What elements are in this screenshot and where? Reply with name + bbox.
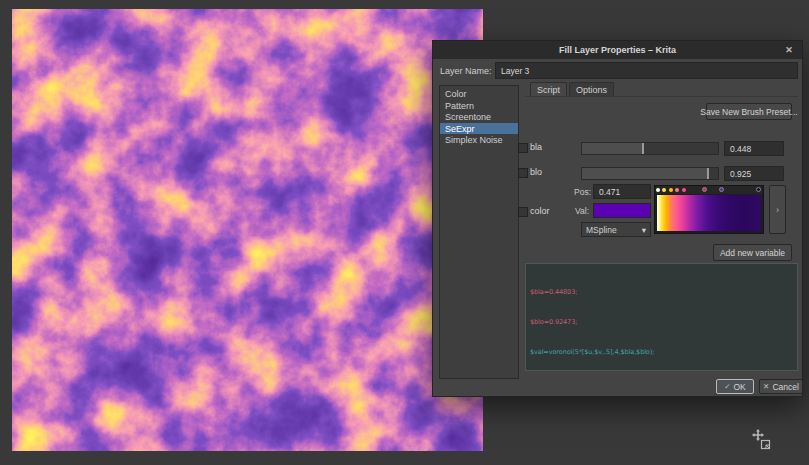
bla-slider-fill bbox=[582, 143, 643, 154]
list-item-seexpr[interactable]: SeExpr bbox=[440, 123, 518, 135]
blo-slider-handle[interactable] bbox=[707, 168, 709, 179]
ok-label: OK bbox=[734, 382, 746, 392]
layer-name-value: Layer 3 bbox=[501, 66, 529, 76]
gradient-editor[interactable] bbox=[654, 185, 764, 234]
seexpr-script-editor[interactable]: $bla=0.44803; $blo=0.92473; $val=voronoi… bbox=[525, 263, 798, 371]
gradient-stop-marker[interactable] bbox=[669, 188, 673, 192]
val-label: Val: bbox=[575, 206, 589, 216]
fill-layer-properties-dialog: Fill Layer Properties – Krita ✕ Layer Na… bbox=[432, 40, 803, 397]
list-item-pattern[interactable]: Pattern bbox=[440, 100, 518, 112]
pos-label: Pos: bbox=[574, 187, 591, 197]
chevron-down-icon: ▾ bbox=[642, 225, 646, 235]
bla-value-field[interactable]: 0.448 bbox=[724, 141, 784, 156]
gradient-stop-marker[interactable] bbox=[682, 188, 686, 192]
pos-input[interactable]: 0.471 bbox=[593, 184, 651, 199]
gradient-stop-marker[interactable] bbox=[675, 188, 679, 192]
generator-list: Color Pattern Screentone SeExpr Simplex … bbox=[439, 85, 519, 379]
list-item-screentone[interactable]: Screentone bbox=[440, 111, 518, 123]
gradient-stops-bar[interactable] bbox=[656, 186, 762, 194]
blo-value: 0.925 bbox=[730, 169, 751, 179]
pos-value: 0.471 bbox=[599, 187, 620, 197]
blo-slider[interactable] bbox=[581, 167, 719, 180]
layer-name-label: Layer Name: bbox=[440, 66, 492, 76]
check-icon: ✓ bbox=[724, 382, 730, 391]
color-label: color bbox=[530, 206, 550, 216]
bla-slider[interactable] bbox=[581, 142, 719, 155]
bla-label: bla bbox=[530, 142, 542, 152]
interpolation-value: MSpline bbox=[586, 225, 617, 235]
blo-checkbox[interactable] bbox=[518, 168, 528, 178]
transform-cursor-icon bbox=[760, 439, 771, 450]
gradient-stop-marker[interactable] bbox=[656, 188, 660, 192]
dialog-titlebar[interactable]: Fill Layer Properties – Krita ✕ bbox=[433, 41, 802, 59]
gradient-next-button[interactable]: › bbox=[769, 185, 786, 234]
ok-button[interactable]: ✓ OK bbox=[716, 379, 754, 394]
tab-script[interactable]: Script bbox=[530, 82, 567, 97]
layer-name-input[interactable]: Layer 3 bbox=[495, 62, 798, 79]
blo-value-field[interactable]: 0.925 bbox=[724, 166, 784, 181]
bla-value: 0.448 bbox=[730, 144, 751, 154]
add-new-variable-button[interactable]: Add new variable bbox=[713, 244, 792, 261]
val-color-swatch[interactable] bbox=[593, 203, 651, 218]
close-icon[interactable]: ✕ bbox=[783, 44, 795, 56]
tab-bar: Script Options bbox=[530, 82, 614, 97]
gradient-stop-marker[interactable] bbox=[719, 187, 724, 192]
list-item-simplex-noise[interactable]: Simplex Noise bbox=[440, 134, 518, 146]
cancel-button[interactable]: ✕ Cancel bbox=[759, 379, 803, 394]
blo-label: blo bbox=[530, 167, 542, 177]
chevron-right-icon: › bbox=[776, 205, 779, 215]
cancel-label: Cancel bbox=[772, 382, 798, 392]
script-line: $bla=0.44803; bbox=[530, 287, 793, 297]
desktop: { "window": { "title": "Fill Layer Prope… bbox=[0, 0, 809, 465]
gradient-strip[interactable] bbox=[657, 195, 761, 231]
script-line: $blo=0.92473; bbox=[530, 317, 793, 327]
list-item-color[interactable]: Color bbox=[440, 88, 518, 100]
bla-slider-handle[interactable] bbox=[642, 143, 644, 154]
fill-layer-preview bbox=[12, 9, 483, 451]
krita-canvas[interactable] bbox=[12, 9, 483, 451]
tab-options[interactable]: Options bbox=[569, 82, 614, 97]
gradient-stop-marker[interactable] bbox=[756, 187, 761, 192]
cross-icon: ✕ bbox=[763, 382, 769, 391]
blo-slider-fill bbox=[582, 168, 708, 179]
bla-checkbox[interactable] bbox=[518, 143, 528, 153]
gradient-stop-marker[interactable] bbox=[662, 188, 666, 192]
gradient-stop-marker[interactable] bbox=[702, 187, 707, 192]
dialog-title: Fill Layer Properties – Krita bbox=[559, 45, 676, 55]
save-new-brush-preset-button[interactable]: Save New Brush Preset... bbox=[706, 103, 792, 120]
interpolation-dropdown[interactable]: MSpline ▾ bbox=[581, 222, 651, 237]
color-checkbox[interactable] bbox=[518, 207, 528, 217]
script-line: $val=voronoi(5*[$u,$v,.5],4,$bla,$blo); bbox=[530, 347, 793, 357]
mouse-cursor bbox=[752, 429, 778, 455]
